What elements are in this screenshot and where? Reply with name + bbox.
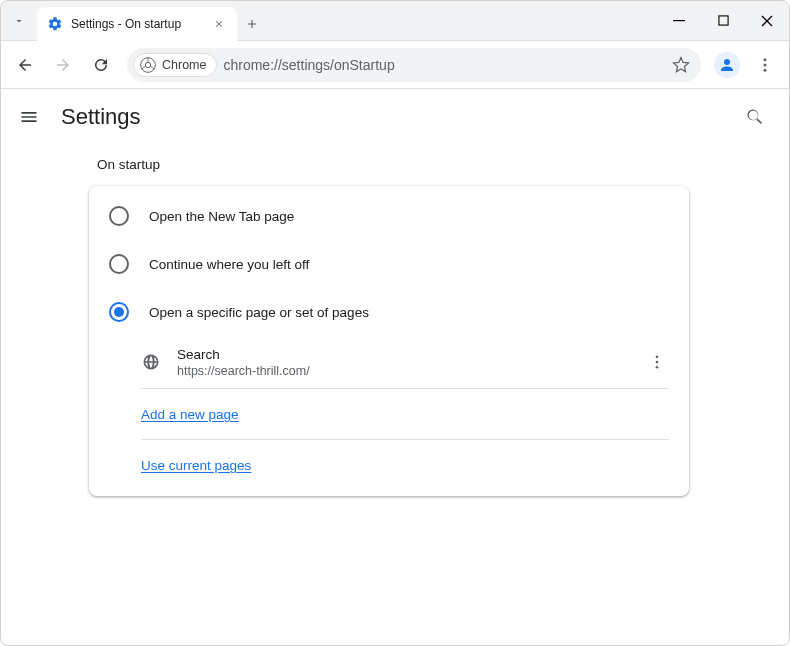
chevron-down-icon [13,15,25,27]
section-heading: On startup [97,157,789,172]
close-icon [761,15,773,27]
menu-icon [19,107,39,127]
option-label: Open a specific page or set of pages [149,305,369,320]
option-new-tab-page[interactable]: Open the New Tab page [89,192,689,240]
radio-button[interactable] [109,206,129,226]
settings-menu-button[interactable] [17,105,41,129]
settings-search-button[interactable] [737,99,773,135]
svg-point-3 [145,62,150,67]
add-new-page-link[interactable]: Add a new page [141,407,239,422]
search-icon [745,107,765,127]
chrome-logo-icon [140,57,156,73]
tab-title: Settings - On startup [71,17,203,31]
star-icon [672,56,690,74]
svg-point-6 [764,68,767,71]
window-titlebar: Settings - On startup [1,1,789,41]
arrow-left-icon [16,56,34,74]
nav-back-button[interactable] [9,49,41,81]
more-vertical-icon [756,56,774,74]
on-startup-card: Open the New Tab page Continue where you… [89,186,689,496]
option-label: Open the New Tab page [149,209,294,224]
close-icon [214,19,224,29]
tab-close-button[interactable] [211,16,227,32]
maximize-icon [718,15,729,26]
site-chip-label: Chrome [162,58,206,72]
option-continue[interactable]: Continue where you left off [89,240,689,288]
svg-point-5 [764,63,767,66]
svg-rect-1 [718,16,727,25]
radio-button[interactable] [109,254,129,274]
profile-button[interactable] [711,49,743,81]
tab-search-dropdown[interactable] [1,1,37,40]
browser-tab[interactable]: Settings - On startup [37,7,237,41]
nav-reload-button[interactable] [85,49,117,81]
option-label: Continue where you left off [149,257,309,272]
gear-icon [47,16,63,32]
window-controls [657,1,789,40]
arrow-right-icon [54,56,72,74]
window-maximize-button[interactable] [701,1,745,41]
site-chip[interactable]: Chrome [133,53,217,77]
url-input[interactable] [223,57,661,73]
radio-button[interactable] [109,302,129,322]
use-current-pages-link[interactable]: Use current pages [141,458,251,473]
more-vertical-icon [648,353,666,371]
bookmark-button[interactable] [667,51,695,79]
svg-point-7 [656,355,659,358]
reload-icon [92,56,110,74]
page-title: Settings [61,104,141,130]
browser-toolbar: Chrome [1,41,789,89]
omnibox[interactable]: Chrome [127,48,701,82]
nav-forward-button[interactable] [47,49,79,81]
startup-page-row: Search https://search-thrill.com/ [141,336,669,388]
chrome-menu-button[interactable] [749,49,781,81]
person-icon [718,56,736,74]
titlebar-drag-region [267,1,657,40]
avatar [714,52,740,78]
svg-point-8 [656,361,659,364]
page-row-more-button[interactable] [641,346,673,378]
settings-content: On startup Open the New Tab page Continu… [1,145,789,496]
new-tab-button[interactable] [237,7,267,40]
window-minimize-button[interactable] [657,1,701,41]
svg-rect-0 [673,20,685,21]
minimize-icon [673,15,685,27]
plus-icon [245,17,259,31]
window-close-button[interactable] [745,1,789,41]
startup-page-name: Search [177,347,625,362]
svg-point-9 [656,366,659,369]
startup-pages-list: Search https://search-thrill.com/ Add a … [141,336,669,490]
svg-point-4 [764,58,767,61]
globe-icon [141,352,161,372]
option-specific-pages[interactable]: Open a specific page or set of pages [89,288,689,336]
startup-page-url: https://search-thrill.com/ [177,364,625,378]
settings-header: Settings [1,89,789,145]
